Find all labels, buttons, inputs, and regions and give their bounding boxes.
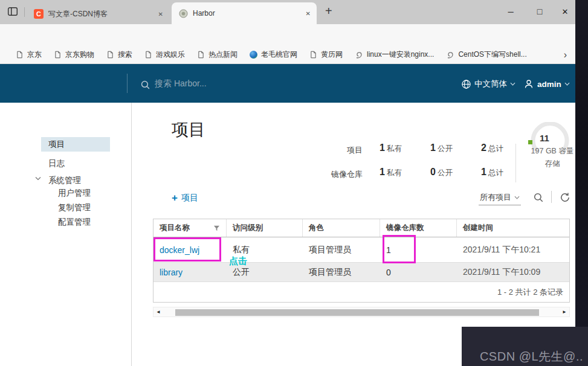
column-header-repo-count[interactable]: 镜像仓库数 <box>380 219 457 237</box>
annotation-box-project-name <box>153 237 221 262</box>
table-row[interactable]: library 公开 项目管理员 0 2021/9/11 下午10:09 <box>153 263 569 282</box>
sidebar-item-user-admin[interactable]: 用户管理 <box>58 188 91 199</box>
bookmark-label: linux一键安装nginx... <box>367 50 434 60</box>
role: 项目管理员 <box>309 267 351 278</box>
bookmark-label: 黄历网 <box>321 50 343 60</box>
column-header-created[interactable]: 创建时间 <box>457 219 569 237</box>
bookmarks-overflow-button[interactable]: › <box>564 50 567 60</box>
scroll-right-icon[interactable]: ► <box>560 309 569 315</box>
column-label: 角色 <box>309 223 324 233</box>
chevron-down-icon <box>510 82 515 86</box>
tab-harbor[interactable]: Harbor ✕ <box>172 2 317 24</box>
scrollbar-thumb[interactable] <box>175 309 539 316</box>
column-label: 创建时间 <box>463 223 493 233</box>
bookmark-shell-article[interactable]: CentOS下编写shell... <box>446 50 526 60</box>
bookmark-label: 热点新闻 <box>208 50 237 60</box>
table-header-row: 项目名称 访问级别 角色 镜像仓库数 创建时间 <box>153 219 569 237</box>
tab-close-button[interactable]: ✕ <box>300 10 317 17</box>
maximize-button[interactable]: □ <box>529 0 550 23</box>
user-menu[interactable]: admin <box>523 79 570 89</box>
csdn-article-icon <box>446 51 454 59</box>
laomaotao-icon <box>250 51 257 59</box>
bookmark-nginx-article[interactable]: linux一键安装nginx... <box>355 50 434 60</box>
table-footer: 1 - 2 共计 2 条记录 <box>153 282 569 303</box>
column-header-name[interactable]: 项目名称 <box>153 219 227 237</box>
sidebar-item-replication-admin[interactable]: 复制管理 <box>58 202 91 213</box>
sidebar-item-label: 项目 <box>48 139 65 150</box>
globe-icon <box>461 79 471 89</box>
tab-switcher-button[interactable] <box>7 6 18 17</box>
desktop-background-strip <box>575 0 588 366</box>
annotation-box-repo-count <box>383 235 416 263</box>
page-icon <box>144 51 152 59</box>
csdn-watermark: CSDN @L先生@.. <box>480 348 583 365</box>
new-project-button[interactable]: + 项目 <box>172 192 198 204</box>
browser-toolbar: ← → ⚠ 不安全 192.168.159.110/harbor/project… <box>0 24 575 46</box>
harbor-header: vm Harbor 中文简体 admin <box>0 64 575 103</box>
sidebar-item-config-admin[interactable]: 配置管理 <box>58 217 91 228</box>
new-project-label: 项目 <box>181 193 198 204</box>
repo-count: 0 <box>386 268 391 277</box>
scroll-left-icon[interactable]: ◄ <box>153 309 163 315</box>
storage-capacity-label: 197 GB 容量 <box>526 146 579 156</box>
tab-csdn[interactable]: C 写文章-CSDN博客 ✕ <box>28 4 169 24</box>
column-label: 镜像仓库数 <box>386 223 424 233</box>
project-link-library[interactable]: library <box>160 268 183 277</box>
bookmark-label: 老毛桃官网 <box>261 50 297 60</box>
access-level: 公开 <box>233 267 250 278</box>
bookmark-games[interactable]: 游戏娱乐 <box>144 50 185 60</box>
table-search-button[interactable] <box>533 192 544 203</box>
sidebar-item-projects[interactable]: 项目 <box>41 137 110 152</box>
bookmark-search[interactable]: 搜索 <box>106 50 132 60</box>
tab-title: Harbor <box>193 9 215 18</box>
tab-divider <box>24 7 25 17</box>
language-selector[interactable]: 中文简体 <box>461 79 515 89</box>
language-label: 中文简体 <box>474 79 507 89</box>
bookmark-label: 京东 <box>27 50 42 60</box>
column-label: 访问级别 <box>233 223 263 233</box>
tab-close-button[interactable]: ✕ <box>152 11 169 18</box>
harbor-favicon <box>179 9 188 18</box>
chevron-down-icon <box>514 196 520 199</box>
stat-projects-public: 1公开 <box>430 143 453 154</box>
page-icon <box>54 51 62 59</box>
bookmark-calendar[interactable]: 黄历网 <box>309 50 343 60</box>
filter-funnel-icon[interactable] <box>213 225 220 231</box>
created-time: 2021/9/11 下午10:21 <box>463 245 540 255</box>
sidebar-item-system-admin[interactable]: 系统管理 <box>41 173 110 188</box>
project-filter-dropdown[interactable]: 所有项目 <box>479 192 521 205</box>
plus-icon: + <box>172 192 178 204</box>
column-header-access[interactable]: 访问级别 <box>227 219 303 237</box>
chevron-down-icon <box>35 176 41 181</box>
bookmark-news[interactable]: 热点新闻 <box>197 50 237 60</box>
created-time: 2021/9/11 下午10:09 <box>463 267 540 278</box>
horizontal-scrollbar[interactable]: ◄ ► <box>153 307 570 317</box>
record-count: 1 - 2 共计 2 条记录 <box>497 287 563 298</box>
sidebar-item-label: 系统管理 <box>48 175 81 186</box>
csdn-article-icon <box>355 51 363 59</box>
bookmark-jd[interactable]: 京东 <box>16 50 42 60</box>
bookmark-laomaotao[interactable]: 老毛桃官网 <box>250 50 297 60</box>
bookmark-jd-shopping[interactable]: 京东购物 <box>54 50 94 60</box>
harbor-search-input[interactable] <box>155 75 348 92</box>
user-icon <box>523 79 534 89</box>
sidebar-item-logs[interactable]: 日志 <box>41 156 110 171</box>
minimize-button[interactable]: ─ <box>500 0 521 23</box>
close-button[interactable]: ✕ <box>555 0 575 23</box>
page-title: 项目 <box>172 118 205 141</box>
table-refresh-button[interactable] <box>560 192 570 203</box>
page-icon <box>16 51 24 59</box>
chevron-down-icon <box>564 82 570 86</box>
stat-row-label: 项目 <box>290 145 363 156</box>
stat-repos-private: 1私有 <box>380 167 402 178</box>
stat-repos-total: 1总计 <box>481 167 503 178</box>
stat-repos-public: 0公开 <box>430 167 453 178</box>
csdn-favicon: C <box>34 9 44 19</box>
bookmark-label: 游戏娱乐 <box>156 50 185 60</box>
tab-strip: C 写文章-CSDN博客 ✕ Harbor ✕ + ─ □ ✕ <box>0 0 575 24</box>
stat-projects-total: 2总计 <box>481 143 503 154</box>
filter-dropdown-label: 所有项目 <box>480 192 511 203</box>
column-header-role[interactable]: 角色 <box>303 219 380 237</box>
new-tab-button[interactable]: + <box>325 4 332 18</box>
annotation-click-hint: 点击 <box>229 255 247 267</box>
